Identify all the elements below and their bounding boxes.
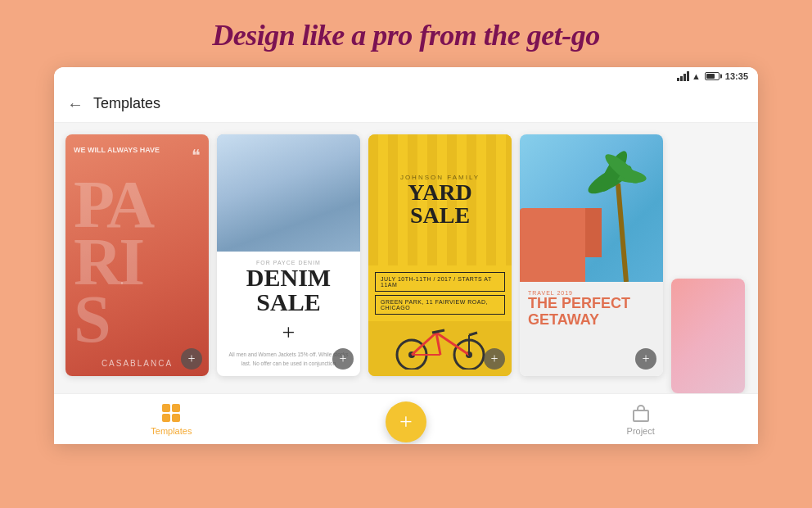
add-button-denim[interactable]: + bbox=[332, 348, 354, 370]
svg-line-9 bbox=[469, 333, 477, 335]
back-button[interactable]: ← bbox=[67, 96, 83, 112]
yard-info-1: JULY 10TH-11TH / 2017 / STARTS AT 11AM bbox=[375, 272, 505, 292]
card-paris[interactable]: WE WILL ALWAYS HAVE ❝ PARIS CASABLANCA + bbox=[65, 134, 209, 376]
project-label: Project bbox=[627, 426, 655, 436]
nav-project[interactable]: Project bbox=[523, 402, 758, 436]
project-icon bbox=[630, 402, 652, 424]
yard-title: YARDSALE bbox=[408, 181, 471, 227]
bottom-nav: Templates + Project bbox=[54, 393, 758, 444]
cards-container: WE WILL ALWAYS HAVE ❝ PARIS CASABLANCA +… bbox=[54, 123, 758, 393]
svg-line-11 bbox=[618, 184, 626, 282]
add-button-yard[interactable]: + bbox=[484, 348, 505, 370]
card-partial[interactable] bbox=[671, 279, 745, 393]
fab-button[interactable]: + bbox=[386, 401, 426, 442]
getaway-title: THE PERFECT GETAWAY bbox=[528, 296, 655, 329]
battery-icon bbox=[705, 72, 720, 80]
paris-quote: WE WILL ALWAYS HAVE bbox=[74, 146, 160, 156]
page-title: Templates bbox=[93, 95, 160, 112]
denim-plus-icon: + bbox=[282, 320, 295, 346]
templates-icon bbox=[160, 402, 182, 424]
card-denim[interactable]: FOR PAYCE DENIM DENIMSALE + All men and … bbox=[217, 134, 360, 376]
phone-frame: ▲ 13:35 ← Templates WE WILL ALWAYS HAVE … bbox=[54, 67, 758, 444]
content-area: WE WILL ALWAYS HAVE ❝ PARIS CASABLANCA +… bbox=[54, 123, 758, 444]
svg-line-4 bbox=[412, 333, 436, 355]
paris-quote-mark: ❝ bbox=[192, 146, 201, 166]
status-bar: ▲ 13:35 bbox=[54, 67, 758, 85]
svg-rect-16 bbox=[634, 410, 648, 421]
palm-tree-icon bbox=[520, 134, 663, 282]
svg-line-5 bbox=[436, 333, 469, 355]
svg-line-8 bbox=[432, 330, 444, 333]
templates-label: Templates bbox=[151, 426, 192, 436]
card-yard[interactable]: JOHNSON FAMILY YARDSALE JULY 10TH-11TH /… bbox=[368, 134, 512, 376]
yard-info-2: GREEN PARK, 11 FAIRVIEW ROAD, CHICAGO bbox=[375, 295, 505, 315]
nav-templates[interactable]: Templates bbox=[54, 402, 289, 436]
add-button-getaway[interactable]: + bbox=[635, 348, 656, 370]
add-button-paris[interactable]: + bbox=[181, 348, 202, 370]
card-getaway[interactable]: TRAVEL 2019 THE PERFECT GETAWAY + bbox=[520, 134, 663, 376]
headline: Design like a pro from the get-go bbox=[212, 0, 599, 67]
bike-icon bbox=[387, 321, 494, 370]
paris-letters: PARIS bbox=[74, 176, 201, 347]
top-bar: ← Templates bbox=[54, 85, 758, 123]
time-display: 13:35 bbox=[725, 71, 748, 81]
wifi-icon: ▲ bbox=[692, 71, 701, 81]
denim-title: DENIMSALE bbox=[246, 265, 331, 315]
